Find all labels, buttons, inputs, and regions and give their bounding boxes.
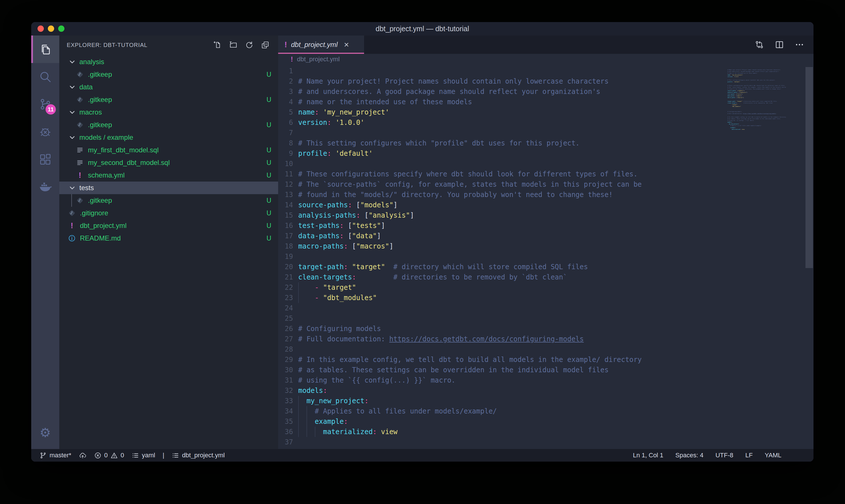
activity-item-extensions[interactable] — [31, 145, 59, 173]
git-untracked-badge: U — [266, 209, 271, 217]
list-selection-icon — [131, 452, 139, 459]
explorer-header: EXPLORER: DBT-TUTORIAL — [59, 36, 278, 54]
git-untracked-badge: U — [266, 222, 271, 230]
status-cursor-position[interactable]: Ln 1, Col 1 — [633, 452, 663, 459]
tree-indent-guide — [71, 194, 72, 207]
code-line: 25 — [278, 313, 642, 324]
line-number: 3 — [278, 87, 293, 97]
tree-file--gitkeep[interactable]: .gitkeepU — [59, 93, 278, 106]
error-circle-icon — [94, 452, 102, 459]
code-line: 2# Name your project! Project names shou… — [278, 76, 642, 87]
tree-item-label: .gitignore — [80, 209, 108, 217]
files-icon — [39, 43, 52, 56]
line-number: 8 — [278, 138, 293, 148]
documentation-link[interactable]: https://docs.getdbt.com/docs/configuring… — [389, 335, 584, 343]
git-untracked-badge: U — [266, 121, 271, 129]
activity-item-source-control[interactable]: 11 — [31, 90, 59, 118]
zoom-window-button[interactable] — [58, 25, 65, 32]
gear-icon: ⚙ — [39, 425, 51, 440]
tree-file--gitkeep[interactable]: .gitkeepU — [59, 68, 278, 81]
info-file-icon — [68, 234, 76, 242]
status-eol[interactable]: LF — [745, 452, 753, 459]
status-sync[interactable] — [79, 452, 87, 459]
status-schema-file[interactable]: dbt_project.yml — [172, 452, 224, 459]
git-file-icon — [76, 121, 84, 129]
git-untracked-badge: U — [266, 159, 271, 167]
code-line: 19 — [278, 251, 642, 262]
explorer-title: EXPLORER: DBT-TUTORIAL — [67, 42, 147, 48]
split-editor-icon[interactable] — [775, 40, 784, 50]
tree-item-label: schema.yml — [88, 171, 125, 179]
code-line: 30# as tables. These settings can be ove… — [278, 365, 642, 375]
new-folder-icon[interactable] — [229, 41, 237, 49]
chevron-down-icon — [68, 83, 76, 91]
status-separator: | — [163, 452, 164, 459]
line-number: 5 — [278, 107, 293, 118]
minimap[interactable]: # Name your project! Project names shoul… — [727, 67, 803, 265]
more-icon[interactable] — [795, 40, 804, 50]
code-editor[interactable]: 12# Name your project! Project names sho… — [278, 65, 813, 449]
git-untracked-badge: U — [266, 96, 271, 104]
activity-item-explorer[interactable] — [31, 36, 59, 63]
collapse-all-icon[interactable] — [261, 41, 270, 49]
line-number: 14 — [278, 200, 293, 210]
tree-file--gitkeep[interactable]: .gitkeepU — [59, 119, 278, 131]
breadcrumb[interactable]: ! dbt_project.yml — [278, 54, 813, 65]
git-file-icon — [76, 96, 84, 104]
close-window-button[interactable] — [37, 25, 44, 32]
new-file-icon[interactable] — [213, 41, 221, 49]
status-schema-file-label: dbt_project.yml — [182, 452, 224, 459]
cloud-upload-icon — [79, 452, 87, 459]
tree-file-my-second-dbt-model-sql[interactable]: my_second_dbt_model.sqlU — [59, 156, 278, 169]
code-line: 12# The `source-paths` config, for examp… — [278, 179, 642, 190]
tree-folder-tests[interactable]: tests — [59, 182, 278, 194]
activity-item-debug[interactable] — [31, 118, 59, 145]
tree-folder-macros[interactable]: macros — [59, 106, 278, 119]
line-number: 25 — [278, 313, 293, 324]
git-file-icon — [76, 196, 84, 204]
status-indentation[interactable]: Spaces: 4 — [676, 452, 703, 459]
status-problems[interactable]: 00 — [94, 452, 124, 459]
tree-file-readme-md[interactable]: README.mdU — [59, 232, 278, 245]
vertical-scrollbar[interactable] — [806, 67, 813, 268]
code-line: 26# Configuring models — [278, 324, 642, 334]
line-number: 1 — [278, 66, 293, 76]
activity-item-docker[interactable] — [31, 173, 59, 200]
window-controls — [37, 25, 65, 32]
code-line: 28 — [278, 344, 642, 355]
source-control-badge: 11 — [46, 104, 56, 114]
tree-file--gitignore[interactable]: .gitignoreU — [59, 207, 278, 219]
status-encoding[interactable]: UTF-8 — [716, 452, 733, 459]
line-number: 15 — [278, 210, 293, 220]
extensions-icon — [39, 152, 52, 166]
tab-close-icon[interactable]: × — [344, 40, 349, 49]
code-line: 33 my_new_project: — [278, 396, 642, 406]
tree-file--gitkeep[interactable]: .gitkeepU — [59, 194, 278, 207]
open-changes-icon[interactable] — [754, 40, 764, 50]
status-yaml-schema[interactable]: yaml — [131, 452, 155, 459]
tree-file-dbt-project-yml[interactable]: !dbt_project.ymlU — [59, 219, 278, 232]
refresh-icon[interactable] — [245, 41, 253, 49]
tree-folder-models-example[interactable]: models / example — [59, 131, 278, 144]
activity-item-settings[interactable]: ⚙ — [31, 419, 59, 446]
status-language-mode[interactable]: YAML — [765, 452, 781, 459]
breadcrumb-file[interactable]: dbt_project.yml — [297, 56, 340, 63]
minimize-window-button[interactable] — [48, 25, 54, 32]
tree-item-label: data — [79, 83, 93, 91]
line-number: 2 — [278, 76, 293, 87]
tree-file-schema-yml[interactable]: !schema.ymlU — [59, 169, 278, 182]
activity-item-search[interactable] — [31, 63, 59, 90]
tree-folder-analysis[interactable]: analysis — [59, 56, 278, 68]
line-number: 31 — [278, 375, 293, 385]
line-number: 26 — [278, 324, 293, 334]
code-line: 5name: 'my_new_project' — [278, 107, 642, 118]
tab-dbt-project-yml[interactable]: ! dbt_project.yml × — [278, 36, 364, 54]
code-line: 14source-paths: ["models"] — [278, 200, 642, 210]
status-branch[interactable]: master* — [39, 452, 71, 459]
tree-folder-data[interactable]: data — [59, 81, 278, 93]
indent-guide — [298, 416, 299, 427]
tree-file-my-first-dbt-model-sql[interactable]: my_first_dbt_model.sqlU — [59, 144, 278, 156]
line-number: 18 — [278, 241, 293, 251]
code-line: 9profile: 'default' — [278, 148, 642, 159]
line-number: 9 — [278, 148, 293, 159]
